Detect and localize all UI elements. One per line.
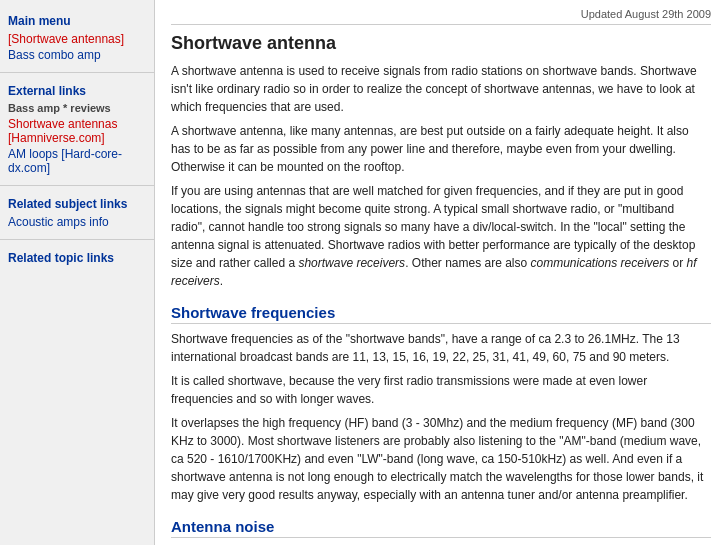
bass-amp-reviews: Bass amp * reviews	[8, 102, 146, 114]
main-menu-title: Main menu	[8, 14, 146, 28]
related-topic-section: Related topic links	[0, 245, 154, 272]
section1-para-1: Shortwave frequencies as of the "shortwa…	[171, 330, 711, 366]
intro-para-1: A shortwave antenna is used to receive s…	[171, 62, 711, 116]
sidebar-link-am-loops[interactable]: AM loops [Hard-core-dx.com]	[8, 146, 146, 176]
intro-para-3: If you are using antennas that are well …	[171, 182, 711, 290]
external-links-section: External links Bass amp * reviews Shortw…	[0, 78, 154, 180]
section1-para-2: It is called shortwave, because the very…	[171, 372, 711, 408]
intro-para-2: A shortwave antenna, like many antennas,…	[171, 122, 711, 176]
related-subject-title: Related subject links	[8, 197, 146, 211]
section2-title: Antenna noise	[171, 518, 711, 538]
sidebar-link-hamniverse[interactable]: Shortwave antennas [Hamniverse.com]	[8, 116, 146, 146]
related-topic-title: Related topic links	[8, 251, 146, 265]
section1-title: Shortwave frequencies	[171, 304, 711, 324]
sidebar-link-bass[interactable]: Bass combo amp	[8, 47, 146, 63]
sidebar-link-acoustic[interactable]: Acoustic amps info	[8, 214, 146, 230]
sidebar: Main menu [Shortwave antennas] Bass comb…	[0, 0, 155, 545]
updated-date: Updated August 29th 2009	[171, 8, 711, 25]
page-title: Shortwave antenna	[171, 33, 711, 54]
sidebar-link-shortwave[interactable]: [Shortwave antennas]	[8, 31, 146, 47]
external-links-title: External links	[8, 84, 146, 98]
main-content: Updated August 29th 2009 Shortwave anten…	[155, 0, 727, 545]
related-subject-section: Related subject links Acoustic amps info	[0, 191, 154, 234]
section1-para-3: It overlapses the high frequency (HF) ba…	[171, 414, 711, 504]
main-menu-section: Main menu [Shortwave antennas] Bass comb…	[0, 8, 154, 67]
